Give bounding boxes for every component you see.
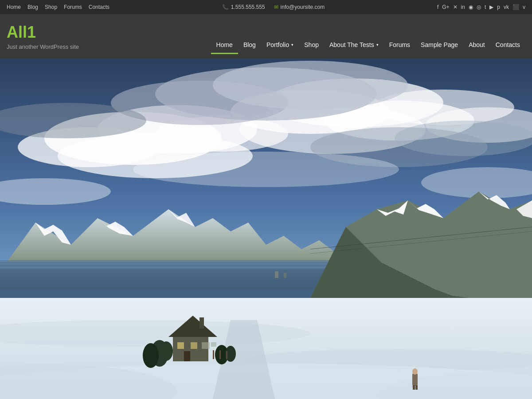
svg-point-14 <box>213 61 408 110</box>
googleplus-icon[interactable]: G+ <box>442 4 449 10</box>
nav-about-tests[interactable]: About The Tests ▾ <box>324 39 384 51</box>
svg-point-52 <box>160 341 173 361</box>
social-icons-bar: f G+ ✕ in ◉ ◎ t ▶ p vk ⬛ v <box>437 4 525 10</box>
svg-rect-62 <box>415 385 418 390</box>
svg-rect-56 <box>219 350 221 359</box>
hero-image <box>0 59 532 399</box>
svg-point-18 <box>133 152 399 187</box>
vk-icon[interactable]: vk <box>504 4 509 10</box>
youtube-icon[interactable]: ▶ <box>489 4 493 10</box>
site-title[interactable]: All1 <box>7 23 79 42</box>
site-header: All1 Just another WordPress site Home Bl… <box>0 14 532 59</box>
phone-info: 📞 1.555.555.555 <box>222 4 265 10</box>
vimeo-icon[interactable]: v <box>523 4 525 10</box>
top-nav-contacts[interactable]: Contacts <box>89 4 110 10</box>
twitter-icon[interactable]: ✕ <box>453 4 458 10</box>
svg-rect-48 <box>184 351 190 361</box>
nav-portfolio[interactable]: Portfolio ▾ <box>261 39 299 51</box>
rss-icon[interactable]: ◎ <box>477 4 481 10</box>
svg-point-17 <box>395 121 532 156</box>
contact-info: 📞 1.555.555.555 ✉ info@yoursite.com <box>222 4 325 10</box>
svg-rect-45 <box>177 342 184 349</box>
email-icon: ✉ <box>274 4 278 10</box>
svg-rect-42 <box>173 337 208 361</box>
main-nav: Home Blog Portfolio ▾ Shop About The Tes… <box>211 19 525 54</box>
top-nav-home[interactable]: Home <box>7 4 21 10</box>
svg-rect-61 <box>413 385 415 390</box>
flickr-icon[interactable]: ⬛ <box>512 4 519 10</box>
logo-area: All1 Just another WordPress site <box>7 23 79 50</box>
linkedin-icon[interactable]: in <box>461 4 465 10</box>
nav-about[interactable]: About <box>463 39 490 51</box>
nav-contacts[interactable]: Contacts <box>490 39 525 51</box>
nav-home[interactable]: Home <box>211 39 238 51</box>
pinterest-icon[interactable]: p <box>497 4 500 10</box>
nav-sample-page[interactable]: Sample Page <box>415 39 463 51</box>
svg-rect-47 <box>202 342 210 349</box>
svg-rect-66 <box>284 273 286 278</box>
svg-rect-44 <box>200 317 204 329</box>
about-tests-dropdown-arrow: ▾ <box>376 43 379 47</box>
phone-icon: 📞 <box>222 4 229 10</box>
top-nav-blog[interactable]: Blog <box>27 4 38 10</box>
top-nav-shop[interactable]: Shop <box>45 4 57 10</box>
phone-number: 1.555.555.555 <box>231 4 265 10</box>
top-bar: Home Blog Shop Forums Contacts 📞 1.555.5… <box>0 0 532 14</box>
instagram-icon[interactable]: ◉ <box>469 4 473 10</box>
portfolio-dropdown-arrow: ▾ <box>291 43 293 47</box>
facebook-icon[interactable]: f <box>437 4 438 10</box>
tumblr-icon[interactable]: t <box>485 4 486 10</box>
svg-rect-49 <box>211 342 216 347</box>
email-info: ✉ info@yoursite.com <box>274 4 325 10</box>
nav-shop[interactable]: Shop <box>299 39 324 51</box>
top-nav-links: Home Blog Shop Forums Contacts <box>7 4 110 10</box>
nav-forums[interactable]: Forums <box>384 39 415 51</box>
nav-blog[interactable]: Blog <box>238 39 261 51</box>
hero-section <box>0 59 532 399</box>
top-nav-forums[interactable]: Forums <box>64 4 82 10</box>
svg-point-60 <box>412 368 418 375</box>
email-address: info@yoursite.com <box>281 4 325 10</box>
svg-rect-57 <box>226 351 227 359</box>
svg-rect-59 <box>412 373 418 386</box>
svg-point-51 <box>143 343 159 368</box>
svg-rect-46 <box>191 342 197 349</box>
svg-rect-55 <box>213 350 214 359</box>
site-subtitle: Just another WordPress site <box>7 43 79 50</box>
svg-rect-65 <box>275 271 278 278</box>
